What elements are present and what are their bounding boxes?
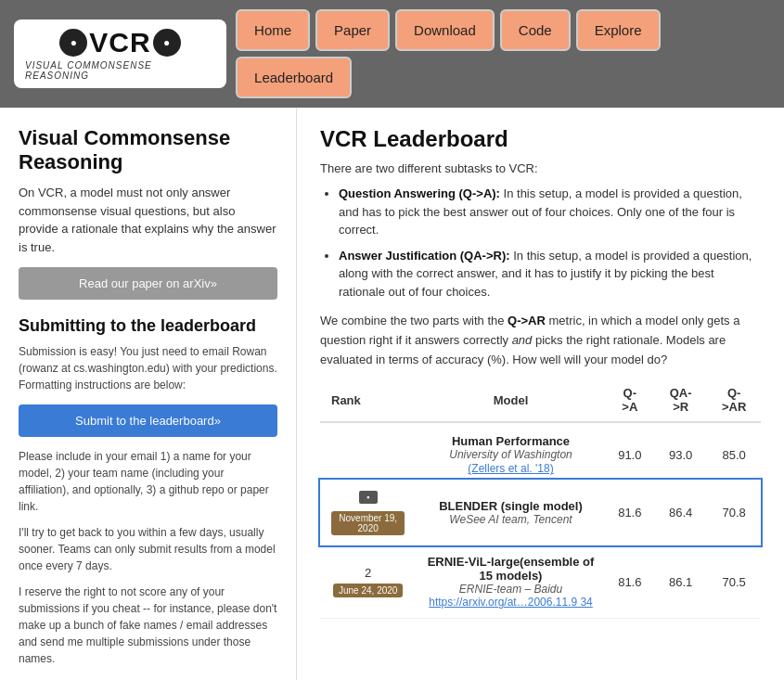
col-rank: Rank (320, 378, 416, 422)
row-qar-qa: 86.4 (654, 480, 707, 545)
row-model: ERNIE-ViL-large(ensemble of 15 models) E… (416, 545, 605, 619)
nav-bar: Home Paper Download Code Explore Leaderb… (236, 9, 770, 98)
model-team: University of Washington (427, 448, 594, 461)
nav-explore[interactable]: Explore (576, 9, 661, 51)
left-section2-policy: I reserve the right to not score any of … (19, 584, 277, 667)
row-qar: 70.8 (707, 480, 761, 545)
model-link[interactable]: (Zellers et al. '18) (468, 462, 553, 475)
logo-subtitle: Visual Commonsense Reasoning (25, 60, 215, 81)
date-badge: November 19, 2020 (331, 511, 405, 535)
eye-left-icon (59, 29, 87, 57)
task-qar-name: Answer Justification (QA->R): (339, 249, 510, 263)
table-row: Human Performance University of Washingt… (320, 422, 761, 480)
model-name: ERNIE-ViL-large(ensemble of 15 models) (427, 555, 594, 583)
row-rank: ▪ November 19, 2020 (320, 480, 416, 545)
nav-code[interactable]: Code (500, 9, 571, 51)
rank-number: 2 (365, 566, 371, 580)
left-section2-timing: I'll try to get back to you within a few… (19, 524, 277, 574)
table-header-row: Rank Model Q->A QA->R Q->AR (320, 378, 761, 422)
date-badge: June 24, 2020 (333, 584, 403, 597)
task-list: Question Answering (Q->A): In this setup… (339, 185, 761, 301)
model-team: WeSee AI team, Tencent (427, 513, 594, 526)
left-panel: Visual Commonsense Reasoning On VCR, a m… (0, 108, 297, 680)
nav-home[interactable]: Home (236, 9, 310, 51)
left-section1-title: Visual Commonsense Reasoning (19, 126, 277, 174)
row-model: Human Performance University of Washingt… (416, 422, 605, 480)
eye-right-icon (153, 29, 181, 57)
left-section2-note: Please include in your email 1) a name f… (19, 448, 277, 515)
logo-letters: VCR (89, 27, 150, 58)
vcr-logo: VCR (59, 27, 180, 58)
submit-leaderboard-button[interactable]: Submit to the leaderboard» (19, 404, 277, 437)
leaderboard-table: Rank Model Q->A QA->R Q->AR Human Perfor… (320, 378, 761, 619)
header: VCR Visual Commonsense Reasoning Home Pa… (0, 0, 784, 108)
rank-badge: ▪ (359, 491, 378, 504)
nav-paper[interactable]: Paper (315, 9, 390, 51)
row-qar-qa: 93.0 (654, 422, 707, 480)
table-header: Rank Model Q->A QA->R Q->AR (320, 378, 761, 422)
col-qar-qa: QA->R (654, 378, 707, 422)
row-qar-qa: 86.1 (654, 545, 707, 619)
model-team: ERNIE-team – Baidu (427, 583, 594, 596)
model-name: Human Performance (427, 434, 594, 448)
leaderboard-intro: There are two different subtasks to VCR: (320, 161, 761, 175)
col-qa: Q->A (606, 378, 654, 422)
row-qar: 85.0 (707, 422, 761, 480)
task-item-qar: Answer Justification (QA->R): In this se… (339, 247, 761, 302)
row-model: BLENDER (single model) WeSee AI team, Te… (416, 480, 605, 545)
right-panel: VCR Leaderboard There are two different … (297, 108, 784, 680)
left-section2-desc: Submission is easy! You just need to ema… (19, 343, 277, 393)
col-model: Model (416, 378, 605, 422)
table-row: ▪ November 19, 2020 BLENDER (single mode… (320, 480, 761, 545)
left-section1-desc: On VCR, a model must not only answer com… (19, 184, 277, 256)
nav-leaderboard[interactable]: Leaderboard (236, 57, 352, 98)
row-rank: 2 June 24, 2020 (320, 545, 416, 619)
logo-area: VCR Visual Commonsense Reasoning (14, 19, 226, 88)
table-row: 2 June 24, 2020 ERNIE-ViL-large(ensemble… (320, 545, 761, 619)
arxiv-button[interactable]: Read our paper on arXiv» (19, 267, 277, 300)
left-section2-title: Submitting to the leaderboard (19, 316, 277, 336)
main-content: Visual Commonsense Reasoning On VCR, a m… (0, 108, 784, 680)
leaderboard-title: VCR Leaderboard (320, 126, 761, 152)
nav-download[interactable]: Download (395, 9, 495, 51)
row-qar: 70.5 (707, 545, 761, 619)
row-qa: 81.6 (606, 480, 654, 545)
model-name: BLENDER (single model) (427, 499, 594, 513)
row-rank (320, 422, 416, 480)
row-qa: 81.6 (606, 545, 654, 619)
col-qar: Q->AR (707, 378, 761, 422)
task-item-qa: Question Answering (Q->A): In this setup… (339, 185, 761, 239)
row-qa: 91.0 (606, 422, 654, 480)
model-link[interactable]: https://arxiv.org/at…2006.11.9 34 (427, 596, 594, 609)
task-qa-name: Question Answering (Q->A): (339, 186, 500, 200)
metric-description: We combine the two parts with the Q->AR … (320, 312, 761, 369)
table-body: Human Performance University of Washingt… (320, 422, 761, 619)
